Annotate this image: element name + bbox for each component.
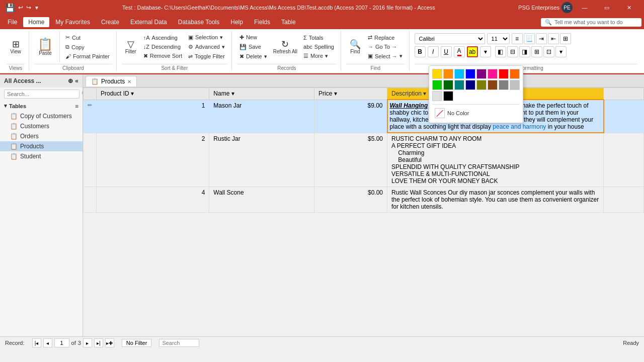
font-name-select[interactable]: Calibri [415, 33, 485, 44]
paste-btn[interactable]: 📋 Paste [34, 37, 56, 57]
color-swatch[interactable] [488, 80, 498, 90]
col-product-id[interactable]: Product ID ▾ [97, 88, 209, 100]
color-swatch[interactable] [443, 69, 453, 79]
desc-link[interactable]: peace and harmony [493, 123, 546, 130]
minimize-btn[interactable]: — [575, 0, 595, 15]
tables-expand-icon[interactable]: ▾ [4, 103, 7, 109]
table-row[interactable]: 2 Rustic Jar $5.00 RUSTIC CHARM TO ANY R… [84, 133, 644, 187]
copy-btn[interactable]: ⧉ Copy [63, 43, 112, 51]
replace-btn[interactable]: ⇄ Replace [365, 33, 405, 42]
descending-btn[interactable]: ↓Z Descending [141, 43, 185, 51]
select-btn[interactable]: ▣ Select → ▾ [365, 52, 405, 60]
align-center-btn[interactable]: ⊟ [507, 46, 518, 57]
indent-btn[interactable]: ⇥ [536, 33, 547, 44]
bold-btn[interactable]: B [415, 46, 426, 57]
menu-home[interactable]: Home [23, 17, 49, 27]
col-price[interactable]: Price ▾ [314, 88, 387, 100]
color-swatch[interactable] [465, 80, 475, 90]
unordered-list-btn[interactable]: ≡ [512, 33, 523, 44]
menu-tools[interactable]: Database Tools [173, 17, 225, 27]
highlight-dropdown-btn[interactable]: ▾ [480, 46, 491, 57]
products-tab[interactable]: 📋 Products ✕ [86, 76, 137, 86]
table-row[interactable]: 4 Wall Scone $0.00 Rustic Wall Sconces O… [84, 187, 644, 213]
sidebar-item-products[interactable]: 📋 Products [0, 141, 83, 151]
nav-last-btn[interactable]: ▸| [94, 338, 103, 347]
search-input[interactable] [159, 339, 199, 347]
menu-fields[interactable]: Fields [249, 17, 275, 27]
cell-id-2[interactable]: 2 [97, 133, 209, 187]
nav-new-btn[interactable]: ▸✚ [105, 338, 114, 347]
menu-help[interactable]: Help [225, 17, 248, 27]
sidebar-item-student[interactable]: 📋 Student [0, 151, 83, 161]
sidebar-item-customers[interactable]: 📋 Customers [0, 121, 83, 131]
border-btn[interactable]: ⊡ [543, 46, 554, 57]
menu-table[interactable]: Table [276, 17, 301, 27]
no-color-btn[interactable]: No Color [432, 107, 520, 120]
underline-btn[interactable]: U [441, 46, 452, 57]
selection-btn[interactable]: ▣ Selection ▾ [186, 33, 227, 42]
ascending-btn[interactable]: ↑A Ascending [141, 34, 185, 42]
cut-btn[interactable]: ✂ Cut [63, 33, 112, 42]
font-size-select[interactable]: 11 [487, 33, 510, 44]
color-swatch[interactable] [443, 80, 453, 90]
cell-price-1[interactable]: $9.00 [314, 100, 387, 133]
redo-btn[interactable]: ↪ [26, 4, 31, 11]
color-swatch[interactable] [465, 69, 475, 79]
format-painter-btn[interactable]: 🖌 Format Painter [63, 52, 112, 60]
color-swatch[interactable] [510, 80, 520, 90]
col-name[interactable]: Name ▾ [209, 88, 314, 100]
totals-btn[interactable]: Σ Totals [301, 34, 337, 42]
sidebar-item-copy-customers[interactable]: 📋 Copy of Customers [0, 111, 83, 121]
color-swatch[interactable] [476, 69, 487, 79]
user-avatar[interactable]: PE [561, 2, 573, 13]
find-btn[interactable]: 🔍 Find [346, 38, 364, 56]
menu-file[interactable]: File [3, 17, 22, 27]
table-btn[interactable]: ⊞ [531, 46, 542, 57]
close-btn[interactable]: ✕ [619, 0, 639, 15]
remove-sort-btn[interactable]: ✖ Remove Sort [141, 52, 185, 60]
ordered-list-btn[interactable]: 📃 [524, 33, 535, 44]
undo-btn[interactable]: ↩ [18, 4, 23, 11]
sidebar-search-input[interactable] [4, 89, 79, 99]
view-btn[interactable]: ⊞ View [7, 38, 25, 56]
color-swatch[interactable] [432, 80, 442, 90]
color-swatch[interactable] [443, 91, 453, 101]
color-swatch[interactable] [488, 69, 498, 79]
highlight-btn[interactable]: ab [467, 46, 478, 57]
toggle-filter-btn[interactable]: ⇌ Toggle Filter [186, 52, 227, 61]
advanced-btn[interactable]: ⚙ Advanced ▾ [186, 43, 227, 51]
cell-name-1[interactable]: Mason Jar [209, 100, 314, 133]
color-swatch[interactable] [432, 69, 442, 79]
extra-btn[interactable]: ⊞ [560, 33, 571, 44]
menu-favorites[interactable]: My Favorites [50, 17, 95, 27]
sidebar-collapse-icon[interactable]: « [75, 77, 78, 84]
table-row[interactable]: ✏ 1 Mason Jar $9.00 Wall Hanging Decor T… [84, 100, 644, 133]
no-filter-btn[interactable]: No Filter [122, 339, 152, 347]
color-swatch[interactable] [454, 69, 464, 79]
goto-btn[interactable]: → Go To → [365, 43, 405, 51]
nav-next-btn[interactable]: ▸ [83, 338, 92, 347]
quick-access-dropdown[interactable]: ▼ [34, 5, 39, 11]
color-swatch[interactable] [499, 80, 509, 90]
sidebar-expand-icon[interactable]: ⊕ [68, 77, 73, 84]
menu-search-box[interactable]: 🔍 Tell me what you want to do [541, 18, 641, 27]
menu-create[interactable]: Create [96, 17, 124, 27]
filter-btn[interactable]: ▽ Filter [122, 38, 140, 56]
sidebar-item-orders[interactable]: 📋 Orders [0, 131, 83, 141]
new-btn[interactable]: ✚ New [237, 33, 270, 42]
cell-id-1[interactable]: 1 [97, 100, 209, 133]
restore-btn[interactable]: ▭ [597, 0, 617, 15]
cell-name-2[interactable]: Rustic Jar [209, 133, 314, 187]
align-left-btn[interactable]: ◧ [495, 46, 506, 57]
color-swatch[interactable] [510, 69, 520, 79]
color-swatch[interactable] [476, 80, 487, 90]
nav-current-input[interactable] [54, 338, 69, 347]
cell-price-3[interactable]: $0.00 [314, 187, 387, 213]
color-swatch[interactable] [454, 80, 464, 90]
outdent-btn[interactable]: ⇤ [548, 33, 559, 44]
cell-price-2[interactable]: $5.00 [314, 133, 387, 187]
cell-desc-3[interactable]: Rustic Wall Sconces Our diy mason jar sc… [387, 187, 604, 213]
nav-prev-btn[interactable]: ◂ [43, 338, 52, 347]
more-btn[interactable]: ☰ More ▾ [301, 52, 337, 60]
cell-desc-2[interactable]: RUSTIC CHARM TO ANY ROOM A PERFECT GIFT … [387, 133, 604, 187]
